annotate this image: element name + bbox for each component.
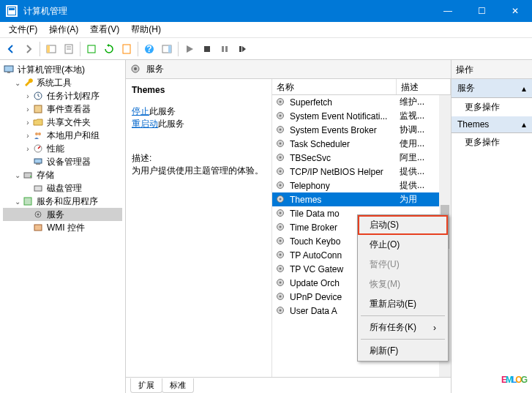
expand-icon[interactable]: › — [23, 119, 32, 127]
minimize-button[interactable]: — — [431, 0, 465, 22]
service-row[interactable]: Task Scheduler使用... — [272, 137, 451, 151]
ctx-resume[interactable]: 恢复(M) — [358, 274, 448, 294]
svg-point-67 — [280, 309, 282, 311]
pause-button[interactable] — [217, 41, 233, 57]
gear-icon — [275, 124, 287, 136]
ctx-start[interactable]: 启动(S) — [358, 215, 448, 235]
gear-icon — [275, 166, 287, 178]
service-desc: 维护... — [400, 96, 424, 108]
service-row[interactable]: Telephony提供... — [272, 179, 451, 192]
gear-icon — [275, 277, 287, 289]
tree-servicesapps-label: 服务和应用程序 — [37, 195, 98, 208]
service-row[interactable]: Themes为用 — [272, 192, 451, 206]
collapse-icon[interactable]: ⌄ — [13, 171, 22, 179]
tree-sharedfolders[interactable]: › 共享文件夹 — [3, 116, 122, 129]
tree-devmgr[interactable]: › 设备管理器 — [3, 155, 122, 168]
export-button[interactable] — [83, 41, 100, 57]
service-name: System Event Notificati... — [290, 111, 400, 121]
column-name[interactable]: 名称 — [272, 79, 397, 94]
tree-eventviewer-label: 事件查看器 — [47, 103, 91, 116]
svg-point-55 — [280, 225, 282, 228]
expand-icon[interactable]: › — [23, 132, 32, 140]
svg-rect-2 — [9, 8, 15, 10]
ctx-alltasks[interactable]: 所有任务(K) › — [358, 318, 448, 337]
show-hide-button[interactable] — [43, 41, 59, 57]
tree-services[interactable]: › 服务 — [3, 208, 122, 221]
device-icon — [32, 156, 44, 168]
tree-root[interactable]: 计算机管理(本地) — [3, 63, 122, 76]
restart-button[interactable] — [234, 41, 250, 57]
tree-localusers[interactable]: › 本地用户和组 — [3, 129, 122, 142]
properties2-button[interactable] — [119, 41, 135, 57]
wrench-icon — [22, 77, 34, 89]
menu-help[interactable]: 帮助(H) — [125, 22, 167, 37]
storage-icon — [22, 169, 34, 181]
tree-storage[interactable]: ⌄ 存储 — [3, 168, 122, 181]
tab-standard[interactable]: 标准 — [162, 378, 194, 393]
ctx-refresh[interactable]: 刷新(F) — [358, 341, 448, 361]
svg-point-41 — [280, 128, 282, 130]
service-row[interactable]: TCP/IP NetBIOS Helper提供... — [272, 165, 451, 179]
gear-icon — [275, 111, 287, 122]
tab-extended[interactable]: 扩展 — [130, 378, 162, 393]
action-group-themes[interactable]: Themes ▴ — [452, 116, 532, 133]
tree-systools[interactable]: ⌄ 系统工具 — [3, 76, 122, 89]
action-more-themes[interactable]: 更多操作 — [452, 133, 532, 151]
column-desc[interactable]: 描述 — [397, 79, 451, 94]
collapse-icon[interactable]: ⌄ — [13, 198, 22, 206]
back-button[interactable] — [3, 41, 19, 57]
close-button[interactable]: ✕ — [498, 0, 532, 22]
selected-service-name: Themes — [132, 85, 266, 95]
expand-icon[interactable]: › — [23, 145, 32, 153]
perf-icon — [32, 143, 44, 154]
svg-point-39 — [280, 114, 282, 116]
expand-icon[interactable]: › — [23, 92, 32, 100]
tree-servicesapps[interactable]: ⌄ 服务和应用程序 — [3, 195, 122, 208]
tree-performance[interactable]: › 性能 — [3, 142, 122, 155]
tree-services-label: 服务 — [47, 209, 64, 221]
event-icon — [32, 103, 44, 115]
collapse-icon[interactable]: ⌄ — [13, 79, 22, 87]
play-button[interactable] — [181, 41, 198, 57]
stop-button[interactable] — [199, 41, 215, 57]
tree-eventviewer[interactable]: › 事件查看器 — [3, 102, 122, 116]
tree-wmi[interactable]: › WMI 控件 — [3, 221, 122, 234]
svg-point-32 — [37, 214, 40, 216]
ctx-stop[interactable]: 停止(O) — [358, 235, 448, 255]
service-row[interactable]: TBSecSvc阿里... — [272, 151, 451, 165]
wmi-icon — [32, 222, 44, 233]
ctx-restart[interactable]: 重新启动(E) — [358, 294, 448, 314]
ctx-pause[interactable]: 暂停(U) — [358, 255, 448, 274]
action-more-services[interactable]: 更多操作 — [452, 98, 532, 116]
detail-pane: Themes 停止此服务 重启动此服务 描述: 为用户提供使用主题管理的体验。 — [126, 79, 272, 377]
menu-view[interactable]: 查看(V) — [84, 22, 125, 37]
forward-button[interactable] — [20, 41, 37, 57]
svg-point-22 — [35, 132, 38, 135]
service-row[interactable]: System Events Broker协调... — [272, 123, 451, 137]
service-row[interactable]: System Event Notificati...监视... — [272, 109, 451, 123]
svg-rect-4 — [47, 45, 50, 53]
svg-point-57 — [280, 239, 282, 242]
window-title: 计算机管理 — [23, 5, 431, 18]
svg-rect-26 — [36, 163, 40, 165]
stop-service-line: 停止此服务 — [132, 105, 266, 118]
restart-link[interactable]: 重启动 — [132, 119, 158, 129]
action-group-services[interactable]: 服务 ▴ — [452, 79, 532, 98]
menu-action[interactable]: 操作(A) — [43, 22, 84, 37]
gear-icon — [275, 305, 287, 317]
folder-icon — [32, 116, 44, 128]
service-desc: 协调... — [400, 124, 424, 136]
menu-file[interactable]: 文件(F) — [3, 22, 43, 37]
service-row[interactable]: Superfetch维护... — [272, 95, 451, 109]
maximize-button[interactable]: ☐ — [465, 0, 498, 22]
refresh-button[interactable] — [101, 41, 117, 57]
tree-scheduler-label: 任务计划程序 — [47, 90, 100, 102]
tree-diskmgr[interactable]: › 磁盘管理 — [3, 181, 122, 195]
tree-scheduler[interactable]: › 任务计划程序 — [3, 89, 122, 102]
tree-performance-label: 性能 — [47, 143, 64, 155]
stop-link[interactable]: 停止 — [132, 106, 149, 116]
expand-icon[interactable]: › — [23, 105, 32, 113]
properties-button[interactable] — [61, 41, 77, 57]
help-button[interactable]: ? — [141, 41, 157, 57]
action-pane-button[interactable] — [159, 41, 175, 57]
